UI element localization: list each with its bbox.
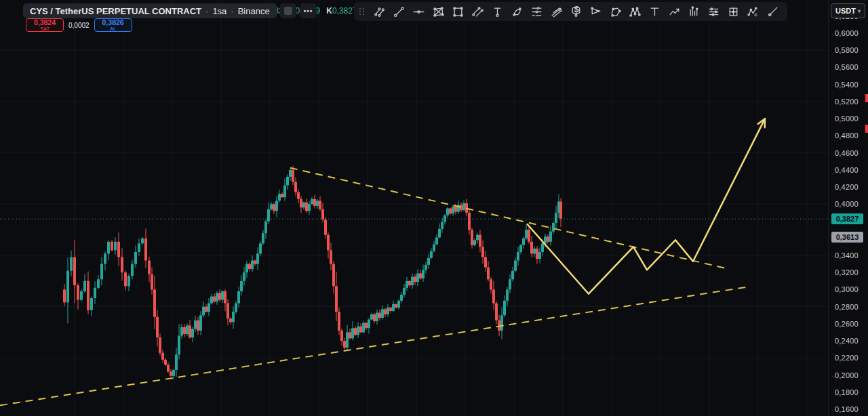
- sell-button[interactable]: 0,3824 SAT: [26, 18, 64, 32]
- price-tick: 0,4400: [835, 166, 859, 174]
- trade-panel: 0,3824 SAT 0,0002 0,3826 AL: [26, 18, 132, 32]
- price-tick: 0,2800: [835, 303, 859, 311]
- separator: ·: [205, 6, 208, 16]
- fib-retracement-icon[interactable]: [528, 3, 546, 20]
- symbol-name: CYS / TetherUS PERPETUAL CONTRACT: [30, 6, 201, 16]
- price-tick: 0,3400: [835, 251, 859, 259]
- current-price-label: 0,3827: [831, 213, 863, 224]
- price-axis[interactable]: 0,3827 0,3613 0,62000,60000,58000,56000,…: [828, 0, 868, 416]
- chevron-down-icon: ▾: [858, 8, 861, 14]
- ray-icon[interactable]: [764, 3, 782, 20]
- sell-price: 0,3824: [34, 19, 56, 26]
- price-tick: 0,3200: [835, 268, 859, 276]
- rectangle-icon[interactable]: [449, 3, 467, 20]
- xabcd-pattern-icon[interactable]: [429, 3, 448, 20]
- horizontal-line-icon[interactable]: [410, 3, 428, 20]
- svg-text:$: $: [574, 5, 579, 14]
- separator: ·: [231, 6, 233, 16]
- chart-header: CYS / TetherUS PERPETUAL CONTRACT · 1sa …: [23, 3, 317, 18]
- anchored-grid-icon[interactable]: [724, 3, 743, 20]
- price-tick: 0,1600: [835, 405, 859, 413]
- more-icon: •••: [300, 7, 317, 15]
- exchange-label: Binance: [238, 6, 270, 16]
- spread-value: 0,0002: [68, 22, 90, 29]
- currency-label: USDT: [835, 7, 856, 15]
- parallel-channel-icon[interactable]: [469, 3, 487, 20]
- svg-text:c: c: [755, 11, 757, 17]
- interval-label[interactable]: 1sa: [212, 6, 226, 16]
- price-tick: 0,4000: [835, 200, 859, 208]
- buy-button[interactable]: 0,3826 AL: [94, 18, 132, 32]
- price-tick: 0,4800: [835, 131, 859, 140]
- price-tick: 0,6000: [835, 29, 859, 37]
- vertical-ruler-icon[interactable]: [488, 3, 507, 20]
- price-tick: 0,1800: [835, 388, 859, 396]
- sell-label: SAT: [40, 26, 50, 32]
- buy-label: AL: [110, 26, 116, 32]
- candlestick-chart[interactable]: [0, 0, 868, 416]
- cross-trend-lines-icon[interactable]: [370, 3, 389, 20]
- volume-profile-icon[interactable]: [685, 3, 703, 20]
- currency-dropdown[interactable]: USDT ▾: [831, 3, 865, 18]
- marks-toggle-button[interactable]: [280, 3, 296, 18]
- flag-marker-icon[interactable]: [587, 3, 605, 20]
- price-tick: 0,5400: [835, 81, 859, 89]
- price-tick: 0,4200: [835, 183, 859, 191]
- drawing-toolbar: $c: [354, 2, 787, 21]
- buy-price: 0,3826: [102, 19, 124, 26]
- secondary-price-label: 0,3613: [831, 232, 863, 243]
- toolbar-drag-handle[interactable]: [359, 8, 365, 15]
- elliott-wave-icon[interactable]: c: [744, 3, 762, 20]
- trading-chart-window: 0,3827 0,3613 0,62000,60000,58000,56000,…: [0, 0, 868, 416]
- price-tick: 0,5600: [835, 63, 859, 71]
- price-tick: 0,2000: [835, 371, 859, 379]
- price-label-icon[interactable]: $: [567, 3, 585, 20]
- price-tick: 0,4600: [835, 149, 859, 157]
- price-tick: 0,2600: [835, 320, 859, 328]
- more-options-button[interactable]: •••: [300, 3, 317, 18]
- marks-icon: [284, 7, 292, 15]
- trend-line-icon[interactable]: [390, 3, 408, 20]
- arc-pattern-icon[interactable]: [508, 3, 526, 20]
- polygon-brush-icon[interactable]: [606, 3, 625, 20]
- range-sliders-icon[interactable]: [705, 3, 723, 20]
- symbol-button[interactable]: CYS / TetherUS PERPETUAL CONTRACT · 1sa …: [23, 3, 277, 18]
- price-tick: 0,5200: [835, 98, 859, 106]
- price-tick: 0,5800: [835, 46, 859, 54]
- price-tick: 0,5000: [835, 115, 859, 123]
- trend-arrow-icon[interactable]: [665, 3, 684, 20]
- alert-edge-mark: [865, 94, 868, 102]
- price-tick: 0,3000: [835, 285, 859, 293]
- price-tick: 0,2400: [835, 337, 859, 345]
- parallel-lines-icon[interactable]: [547, 3, 566, 20]
- alert-edge-mark: [865, 125, 868, 133]
- abcd-pattern-icon[interactable]: [626, 3, 644, 20]
- close-label: K: [326, 6, 332, 16]
- price-tick: 0,2200: [835, 354, 859, 362]
- text-icon[interactable]: [646, 3, 664, 20]
